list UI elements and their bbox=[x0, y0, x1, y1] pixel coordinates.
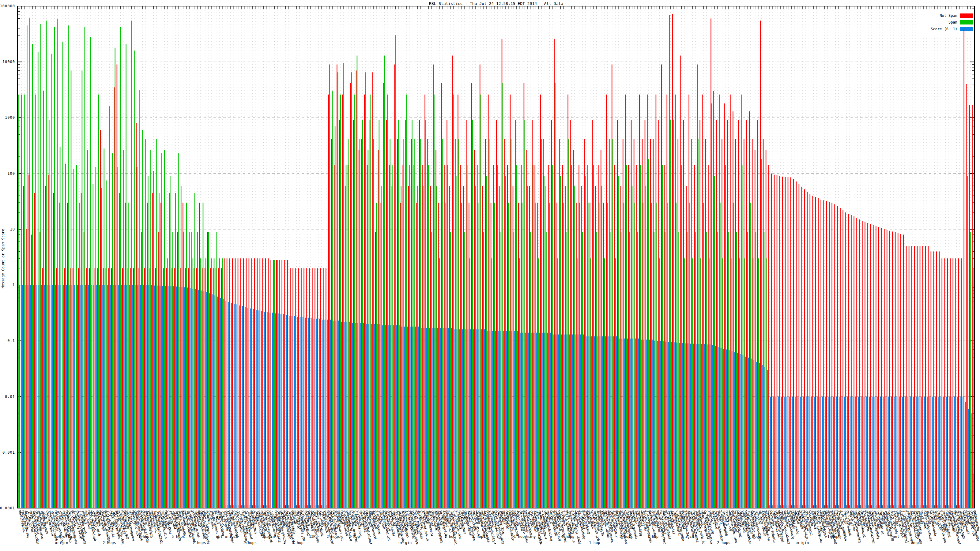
y-tick-label: 0.001 bbox=[2, 450, 15, 454]
y-tick-label: 0.1 bbox=[7, 338, 15, 343]
legend-swatch-score bbox=[960, 27, 973, 31]
y-tick-label: 100 bbox=[7, 171, 15, 176]
legend-swatch-spam bbox=[960, 20, 973, 24]
x-axis-group-label: origin bbox=[681, 535, 694, 539]
y-tick-label: 100000 bbox=[0, 4, 15, 8]
legend: Not Spam Spam Score (0..1) bbox=[916, 11, 976, 37]
x-axis-group-label: 4 hops bbox=[561, 535, 574, 539]
x-axis-group-label: 3 hops bbox=[472, 535, 485, 539]
legend-label-not-spam: Not Spam bbox=[940, 13, 957, 18]
x-axis-group-label: 1 hop bbox=[293, 541, 304, 545]
x-axis-group-label: 2 hops bbox=[103, 541, 116, 545]
x-axis-group-label: 1 hop bbox=[138, 535, 149, 539]
x-axis-group-label: origin bbox=[398, 541, 412, 545]
x-axis-group-label: net origin bbox=[54, 535, 76, 539]
legend-label-spam: Spam bbox=[948, 20, 957, 24]
x-axis-group-label: 1 hop bbox=[444, 535, 455, 539]
y-tick-label: 10000 bbox=[2, 60, 15, 64]
x-axis-group-label: 2 hops bbox=[620, 535, 633, 539]
x-axis-group-label: 1 hop bbox=[349, 535, 360, 539]
x-axis-group-label: 13K bbox=[309, 535, 316, 539]
chart-title: RBL Statistics - Thu Jul 24 12:58:15 EDT… bbox=[429, 1, 563, 6]
x-axis-group-label: 2 hops bbox=[243, 541, 257, 545]
x-axis-group-label: 5 hops bbox=[172, 535, 185, 539]
x-axis-group-label: 1 hop bbox=[827, 535, 838, 539]
x-axis-group-label: origin bbox=[261, 535, 275, 539]
legend-label-score: Score (0..1) bbox=[931, 27, 957, 31]
x-axis-group-label: 2 hops bbox=[327, 535, 340, 539]
y-tick-label: 1000 bbox=[5, 115, 15, 120]
x-axis-group-label: 1 hop bbox=[648, 535, 659, 539]
x-axis-group-label: origin bbox=[55, 541, 68, 545]
x-axis-group-label: origin bbox=[795, 541, 809, 545]
y-tick-label: 0.0001 bbox=[0, 506, 15, 510]
y-tick-label: 0.01 bbox=[5, 395, 15, 399]
legend-swatch-not-spam bbox=[960, 13, 973, 18]
x-axis-illegible-label-smear: m6k6ii6yqoiyu0eiesiigws84.aoq4agwgi8426.… bbox=[18, 510, 980, 545]
x-axis-group-label: 5 hops bbox=[748, 535, 761, 539]
y-tick-label: 1 bbox=[13, 283, 15, 287]
x-axis-group-label: 2 hops bbox=[717, 541, 730, 545]
x-axis-group-label: 1 hop bbox=[589, 541, 600, 545]
x-axis-group-label: net origin bbox=[216, 535, 238, 539]
plot-svg: Not Spam Spam Score (0..1) m6k6ii6yqoiyu… bbox=[0, 0, 980, 551]
y-tick-label: 10 bbox=[10, 227, 15, 232]
bars-layer bbox=[18, 14, 974, 508]
x-axis-group-label: 2 hops bbox=[192, 541, 206, 545]
y-axis-label: Message Count or Spam Score bbox=[1, 229, 5, 288]
x-axis-group-label: net bbox=[893, 535, 899, 539]
x-axis-group-label: 1 hop/many bbox=[514, 535, 536, 539]
rbl-statistics-chart: Not Spam Spam Score (0..1) m6k6ii6yqoiyu… bbox=[0, 0, 980, 551]
x-axis-group-label: 1 hop bbox=[908, 541, 919, 545]
